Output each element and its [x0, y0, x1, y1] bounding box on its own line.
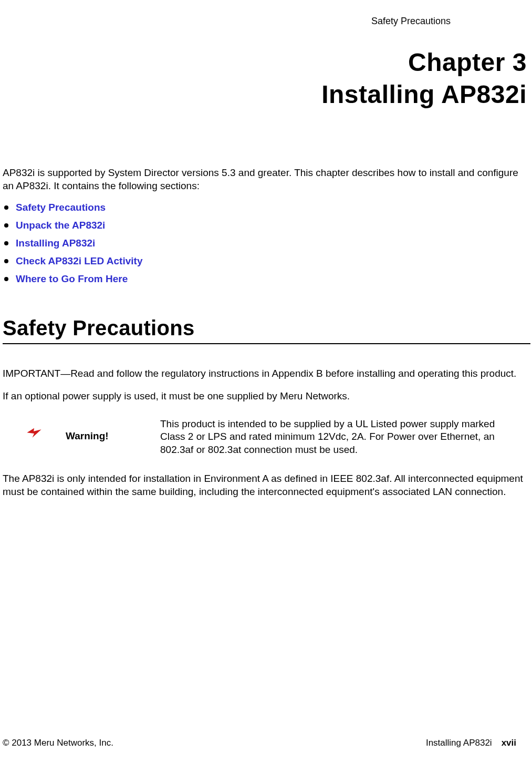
list-item: Installing AP832i: [3, 238, 532, 249]
page-footer: © 2013 Meru Networks, Inc. Installing AP…: [3, 738, 516, 748]
warning-icon-cell: [3, 418, 66, 441]
warning-callout: Warning! This product is intended to be …: [3, 418, 532, 457]
paragraph-environment-a: The AP832i is only intended for installa…: [3, 472, 527, 498]
paragraph-power-supply: If an optional power supply is used, it …: [3, 390, 527, 403]
toc-link-led-activity[interactable]: Check AP832i LED Activity: [16, 255, 142, 267]
bullet-icon: [4, 277, 8, 281]
toc-link-where-to-go[interactable]: Where to Go From Here: [16, 273, 128, 285]
list-item: Check AP832i LED Activity: [3, 255, 532, 267]
footer-page-number: xvii: [502, 738, 516, 748]
svg-marker-0: [27, 428, 41, 438]
lightning-icon: [25, 426, 43, 441]
list-item: Where to Go From Here: [3, 273, 532, 285]
bullet-icon: [4, 241, 8, 245]
warning-text: This product is intended to be supplied …: [160, 418, 532, 457]
chapter-title-block: Chapter 3 Installing AP832i: [3, 48, 532, 109]
footer-doc-title: Installing AP832i: [426, 738, 492, 748]
section-heading-safety-precautions: Safety Precautions: [3, 316, 532, 340]
bullet-icon: [4, 223, 8, 228]
paragraph-important: IMPORTANT—Read and follow the regulatory…: [3, 367, 527, 380]
toc-link-unpack[interactable]: Unpack the AP832i: [16, 220, 105, 231]
chapter-toc-list: Safety Precautions Unpack the AP832i Ins…: [3, 202, 532, 285]
warning-label: Warning!: [66, 418, 160, 442]
running-header: Safety Precautions: [3, 16, 532, 27]
list-item: Unpack the AP832i: [3, 220, 532, 231]
section-divider: [3, 343, 530, 344]
chapter-title: Installing AP832i: [3, 80, 527, 109]
bullet-icon: [4, 205, 8, 210]
list-item: Safety Precautions: [3, 202, 532, 213]
toc-link-installing[interactable]: Installing AP832i: [16, 238, 95, 249]
footer-copyright: © 2013 Meru Networks, Inc.: [3, 738, 113, 748]
chapter-number: Chapter 3: [3, 48, 527, 77]
chapter-intro-paragraph: AP832i is supported by System Director v…: [3, 167, 527, 192]
bullet-icon: [4, 259, 8, 263]
toc-link-safety-precautions[interactable]: Safety Precautions: [16, 202, 106, 213]
